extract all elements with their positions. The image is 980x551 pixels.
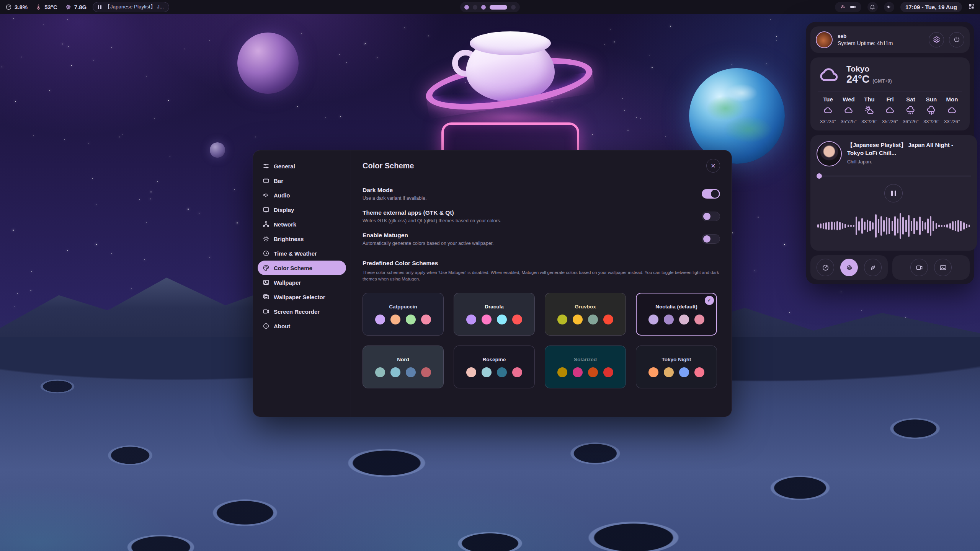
bar-media-title: 【Japanese Playlist】 J...: [105, 3, 164, 10]
performance-profile-button[interactable]: [817, 259, 834, 276]
setting-row-theme-external: Theme external apps (GTK & Qt) Writes GT…: [363, 209, 720, 223]
utilities-group: [892, 255, 970, 280]
scheme-card-nord[interactable]: ✓ Nord: [363, 346, 444, 388]
scheme-card-dracula[interactable]: ✓ Dracula: [454, 293, 535, 336]
sidebar-item-wallpaper-selector[interactable]: Wallpaper Selector: [258, 290, 346, 304]
workspace-dot[interactable]: [511, 5, 516, 10]
progress-knob[interactable]: [817, 173, 822, 179]
sidebar-label: Bar: [274, 178, 283, 184]
powersave-profile-button[interactable]: [864, 259, 882, 276]
image-icon: [939, 264, 947, 271]
weather-timezone: (GMT+9): [872, 78, 892, 84]
monitor-icon: [263, 206, 270, 213]
tray-status-pill[interactable]: [835, 2, 861, 12]
gear-icon: [933, 36, 940, 43]
sidebar-item-screen-recorder[interactable]: Screen Recorder: [258, 304, 346, 319]
color-swatch: [482, 367, 492, 377]
color-swatch: [648, 367, 658, 377]
sidebar-item-about[interactable]: About: [258, 319, 346, 333]
volume-button[interactable]: [884, 2, 894, 12]
divider: [363, 178, 720, 178]
color-swatch: [375, 315, 385, 324]
weather-day-icon: [844, 105, 854, 116]
media-progress-bar[interactable]: [817, 173, 971, 179]
floating-cup-art: [419, 20, 603, 158]
screen-record-button[interactable]: [910, 259, 928, 276]
media-title: 【Japanese Playlist】 Japan All Night - To…: [847, 141, 971, 157]
sidebar-item-general[interactable]: General: [258, 159, 346, 173]
power-button[interactable]: [949, 32, 964, 47]
setting-label: Enable Matugen: [363, 232, 494, 239]
sidebar-label: Network: [274, 221, 296, 228]
bar-media-pill[interactable]: 【Japanese Playlist】 J...: [93, 2, 169, 12]
media-player-card: 【Japanese Playlist】 Japan All Night - To…: [810, 135, 977, 251]
scheme-card-catppuccin[interactable]: ✓ Catppuccin: [363, 293, 444, 336]
color-swatch: [603, 315, 613, 324]
color-swatch: [603, 367, 613, 377]
sidebar-item-display[interactable]: Display: [258, 202, 346, 217]
sidebar-item-time-weather[interactable]: Time & Weather: [258, 246, 346, 261]
app-launcher-button[interactable]: [968, 3, 975, 11]
sidebar-item-wallpaper[interactable]: Wallpaper: [258, 275, 346, 290]
sidebar-item-network[interactable]: Network: [258, 217, 346, 231]
cpu-usage-indicator: 3.8%: [5, 4, 28, 10]
sidebar-label: About: [274, 323, 290, 329]
scheme-card-tokyo-night[interactable]: ✓ Tokyo Night: [636, 346, 717, 388]
scheme-card-noctalia[interactable]: ✓ Noctalia (default): [636, 293, 717, 336]
scales-icon: [846, 264, 853, 271]
color-swatch: [557, 367, 567, 377]
scheme-name: Nord: [397, 357, 409, 362]
color-swatch: [648, 315, 658, 324]
notifications-button[interactable]: [867, 2, 878, 12]
dark-mode-toggle[interactable]: [702, 189, 720, 199]
balanced-profile-button[interactable]: [840, 259, 858, 276]
theme-external-apps-toggle[interactable]: [702, 212, 720, 221]
sidebar-item-brightness[interactable]: Brightness: [258, 231, 346, 246]
weather-card: Tokyo 24°C (GMT+9) Tue33°/24° Wed35°/25°…: [810, 57, 970, 130]
forecast-day: Sat36°/26°: [901, 96, 921, 124]
setting-description: Writes GTK (gtk.css) and Qt (qt6ct) them…: [363, 218, 501, 223]
power-profile-group: [810, 255, 888, 280]
workspace-dot[interactable]: [464, 5, 469, 10]
memory-indicator: 7.8G: [65, 4, 87, 10]
scheme-card-rosepine[interactable]: ✓ Rosepine: [454, 346, 535, 388]
color-swatch: [694, 367, 704, 377]
wallpaper-button[interactable]: [934, 259, 952, 276]
image-icon: [263, 279, 270, 286]
waveform: [817, 207, 971, 245]
close-button[interactable]: ✕: [706, 159, 720, 173]
scheme-card-gruvbox[interactable]: ✓ Gruvbox: [545, 293, 626, 336]
setting-description: Automatically generate colors based on y…: [363, 241, 494, 246]
forecast-day: Wed35°/25°: [839, 96, 859, 124]
clock-pill[interactable]: 17:09 - Tue, 19 Aug: [900, 2, 962, 12]
settings-button[interactable]: [929, 32, 944, 47]
play-pause-button[interactable]: [884, 184, 903, 202]
sidebar-item-audio[interactable]: Audio: [258, 188, 346, 202]
enable-matugen-toggle[interactable]: [702, 234, 720, 244]
scheme-card-solarized[interactable]: ✓ Solarized: [545, 346, 626, 388]
weather-day-icon: [947, 105, 957, 116]
workspace-dot[interactable]: [490, 5, 507, 10]
color-swatch: [573, 315, 583, 324]
scheme-name: Dracula: [485, 304, 504, 310]
schemes-grid: ✓ Catppuccin ✓ Dracula ✓ Gruvbox ✓ Nocta…: [363, 293, 720, 388]
schemes-section-description: These color schemes only apply when 'Use…: [363, 269, 720, 283]
settings-dialog: General Bar Audio Display Network Bright…: [253, 150, 732, 417]
workspace-dot[interactable]: [473, 5, 477, 10]
pause-icon: [98, 5, 101, 9]
sidebar-item-bar[interactable]: Bar: [258, 173, 346, 188]
sidebar-item-color-scheme[interactable]: Color Scheme: [258, 261, 346, 275]
color-swatch: [512, 367, 522, 377]
workspace-indicator[interactable]: [460, 2, 520, 12]
temperature-indicator: 53°C: [35, 4, 57, 10]
album-art: [817, 141, 842, 166]
color-swatch: [390, 315, 400, 324]
workspace-dot[interactable]: [481, 5, 486, 10]
network-nodes-icon: [263, 221, 270, 228]
color-swatch: [466, 315, 476, 324]
side-panel: seb System Uptime: 4h11m Tokyo 24°C (GMT…: [806, 22, 974, 284]
apps-grid-icon: [968, 3, 975, 10]
color-swatch: [406, 315, 416, 324]
chip-icon: [65, 4, 72, 10]
volume-icon: [886, 4, 892, 10]
